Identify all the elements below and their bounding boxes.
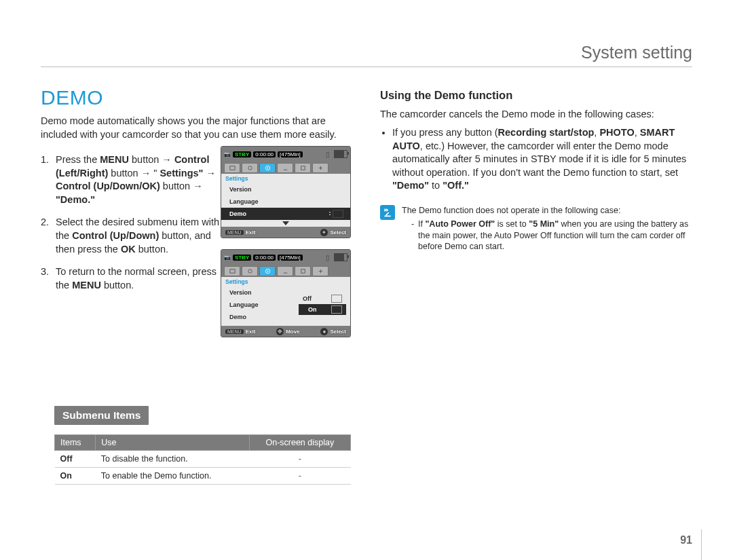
menu-item-demo: Demo: xyxy=(221,208,350,220)
remaining-time: [475Min] xyxy=(278,255,303,261)
remaining-time: [475Min] xyxy=(278,151,303,157)
using-demo-heading: Using the Demo function xyxy=(380,89,692,102)
demo-options: Off ✓On xyxy=(299,293,346,315)
svg-point-1 xyxy=(248,166,251,169)
content-columns: DEMO Demo mode automatically shows you t… xyxy=(41,81,692,485)
col-items: Items xyxy=(55,435,96,451)
menu-key: MENU xyxy=(225,329,244,334)
tab-icon xyxy=(277,266,293,276)
page-title: DEMO xyxy=(41,86,353,109)
select-icon: ✦ xyxy=(320,229,328,236)
step-1: Press the MENU button → Control (Left/Ri… xyxy=(41,153,229,206)
chevron-down-icon xyxy=(282,221,289,225)
camera-icon: 📷 xyxy=(224,255,231,261)
svg-point-6 xyxy=(248,269,251,272)
col-osd: On-screen display xyxy=(249,435,350,451)
battery-icon xyxy=(334,253,347,261)
svg-point-3 xyxy=(267,167,268,168)
move-icon: ✥ xyxy=(276,328,284,335)
table-row: On To enable the Demo function. - xyxy=(55,468,351,485)
tab-icon xyxy=(277,163,293,173)
submenu-table: Items Use On-screen display Off To disab… xyxy=(54,434,351,485)
tab-icon xyxy=(295,266,311,276)
note-content: The Demo function does not operate in th… xyxy=(402,205,692,253)
select-label: Select xyxy=(330,229,346,236)
note-lead: The Demo function does not operate in th… xyxy=(402,206,620,215)
tab-icon xyxy=(312,163,328,173)
tab-icon xyxy=(224,266,240,276)
submenu-badge: Submenu Items xyxy=(54,406,149,425)
move-label: Move xyxy=(286,329,299,335)
header-rule: System setting xyxy=(41,39,692,67)
option-on: ✓On xyxy=(299,304,346,315)
svg-point-8 xyxy=(267,270,268,272)
right-intro: The camcorder cancels the Demo mode in t… xyxy=(380,109,692,119)
svg-rect-4 xyxy=(301,166,304,169)
stby-badge: STBY xyxy=(233,151,251,157)
settings-crumb: Settings xyxy=(221,277,350,286)
tab-icon xyxy=(224,163,240,173)
timecode: 0:00:00 xyxy=(253,151,276,157)
breadcrumb: System setting xyxy=(581,43,692,62)
svg-rect-9 xyxy=(301,269,304,272)
svg-rect-5 xyxy=(229,269,234,272)
option-off: Off xyxy=(299,293,346,304)
lcd-preview-2: 📷 STBY 0:00:00 [475Min] ▯ Settings Versi… xyxy=(221,249,351,337)
svg-rect-0 xyxy=(229,166,234,169)
page-number: 91 xyxy=(680,534,692,546)
page-rule xyxy=(701,529,702,560)
exit-label: Exit xyxy=(246,329,256,335)
cancel-cases-list: If you press any button (Recording start… xyxy=(380,126,692,193)
tab-icon xyxy=(242,163,258,173)
col-use: Use xyxy=(96,435,249,451)
camera-icon: 📷 xyxy=(224,151,231,157)
menu-key: MENU xyxy=(225,230,244,235)
menu-item-version: Version xyxy=(221,183,350,195)
exit-label: Exit xyxy=(246,229,256,236)
step-3: To return to the normal screen, press th… xyxy=(41,265,229,292)
note-icon xyxy=(380,205,395,220)
note-subitem: If "Auto Power Off" is set to "5 Min" wh… xyxy=(411,219,692,253)
tab-icon xyxy=(312,266,328,276)
lcd-preview-1: 📷 STBY 0:00:00 [475Min] ▯ Settings Versi… xyxy=(221,146,351,238)
tab-settings-icon xyxy=(259,163,276,173)
timecode: 0:00:00 xyxy=(253,255,276,261)
settings-crumb: Settings xyxy=(221,174,350,183)
card-icon: ▯ xyxy=(326,151,330,158)
lcd-previews: 📷 STBY 0:00:00 [475Min] ▯ Settings Versi… xyxy=(221,146,351,337)
menu-item-language: Language xyxy=(221,195,350,208)
stby-badge: STBY xyxy=(233,255,251,261)
right-column: Using the Demo function The camcorder ca… xyxy=(380,81,692,485)
tab-icon xyxy=(242,266,258,276)
table-row: Off To disable the function. - xyxy=(55,451,351,468)
note-block: The Demo function does not operate in th… xyxy=(380,205,692,253)
select-label: Select xyxy=(330,329,346,335)
tab-settings-icon xyxy=(259,266,276,276)
card-icon: ▯ xyxy=(326,254,330,261)
battery-icon xyxy=(334,150,347,158)
intro-paragraph: Demo mode automatically shows you the ma… xyxy=(41,115,353,141)
tab-icon xyxy=(295,163,311,173)
cancel-case-item: If you press any button (Recording start… xyxy=(392,126,692,193)
step-2: Select the desired submenu item with the… xyxy=(41,216,229,256)
select-icon: ● xyxy=(320,328,328,335)
